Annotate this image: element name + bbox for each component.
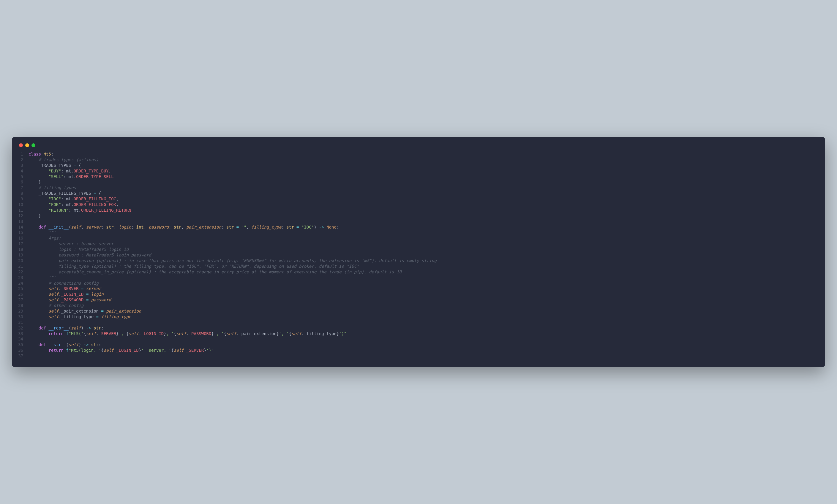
token-pun: :: [101, 325, 104, 330]
token-pun: ): [81, 325, 86, 330]
code-line: 7 # filling types: [17, 185, 816, 190]
token-pun: [234, 225, 236, 229]
token-prm: server: [86, 225, 101, 229]
line-number: 9: [17, 196, 29, 202]
token-pun: .: [58, 297, 61, 302]
token-cls: str: [93, 325, 101, 330]
token-mem: _PASSWORD: [189, 331, 212, 336]
minimize-icon[interactable]: [25, 143, 29, 147]
token-pun: ._filling_type}: [301, 331, 339, 336]
close-icon[interactable]: [19, 143, 23, 147]
code-line: 37: [17, 353, 816, 359]
token-str: "BUY": [49, 169, 61, 173]
line-content: def __str__(self) -> str:: [29, 342, 101, 348]
token-prm: self: [49, 292, 58, 297]
token-cmt: pair_extension (optional) : in case that…: [58, 258, 437, 263]
line-content: login : MetaTrader5 login id: [29, 247, 129, 252]
zoom-icon[interactable]: [32, 143, 35, 147]
token-op: f: [66, 331, 68, 336]
token-pun: ._pair_extension}: [236, 331, 279, 336]
token-op: ->: [319, 225, 324, 229]
token-pun: [29, 236, 49, 240]
line-content: def __repr__(self) -> str:: [29, 325, 104, 331]
token-mem: ORDER_FILLING_IOC: [74, 197, 116, 201]
token-pun: [29, 297, 49, 302]
token-op: =: [101, 309, 103, 314]
line-content: }: [29, 213, 41, 219]
token-pun: [41, 152, 43, 156]
token-cmt: Args:: [49, 236, 61, 240]
line-content: "RETURN": mt.ORDER_FILLING_RETURN: [29, 207, 131, 213]
window-titlebar: [17, 142, 816, 151]
token-pun: :: [99, 342, 101, 347]
line-number: 28: [17, 303, 29, 309]
token-op: =: [93, 191, 96, 195]
line-number: 13: [17, 219, 29, 224]
token-str: "IOC": [49, 197, 61, 201]
line-content: }: [29, 179, 41, 185]
token-pun: _TRADES_TYPES: [29, 163, 74, 168]
token-op: =: [297, 225, 299, 229]
token-prm: login: [91, 292, 104, 297]
token-prm: self: [71, 225, 81, 229]
token-cmt: """: [49, 275, 56, 280]
token-pun: : mt.: [61, 197, 74, 201]
line-number: 31: [17, 320, 29, 325]
token-mem: ORDER_TYPE_BUY: [74, 169, 109, 173]
line-number: 3: [17, 163, 29, 168]
token-pun: _TRADES_FILLING_TYPES: [29, 191, 93, 195]
code-line: 4 "BUY": mt.ORDER_TYPE_BUY,: [17, 168, 816, 174]
token-fn: __init__: [49, 225, 68, 229]
token-pun: [84, 297, 86, 302]
code-area[interactable]: 1class Mt5:2 # trades types (actions)3 _…: [17, 151, 816, 359]
code-line: 32 def __repr__(self) -> str:: [17, 325, 816, 331]
line-content: server : broker server: [29, 241, 114, 247]
token-prm: server: [86, 286, 101, 291]
token-pun: ._filling_type: [58, 314, 96, 319]
code-line: 14 def __init__(self, server: str, login…: [17, 224, 816, 230]
line-content: """: [29, 275, 56, 280]
token-pun: [79, 286, 81, 291]
token-cmt: # other config: [49, 303, 84, 308]
token-op: =: [96, 314, 99, 319]
line-content: # other config: [29, 303, 84, 309]
token-prm: password: [91, 297, 111, 302]
line-content: def __init__(self, server: str, login: i…: [29, 224, 339, 230]
token-const: None: [326, 225, 337, 229]
token-prm: self: [174, 348, 184, 353]
token-pun: ): [79, 342, 84, 347]
line-number: 17: [17, 241, 29, 247]
token-cls: str: [91, 342, 99, 347]
token-mem: ORDER_FILLING_RETURN: [81, 208, 131, 212]
token-pun: .: [96, 331, 99, 336]
token-mem: _PASSWORD: [61, 297, 84, 302]
token-mem: _LOGIN_ID: [116, 348, 139, 353]
line-number: 21: [17, 264, 29, 269]
token-prm: self: [49, 309, 58, 314]
token-cmt: """: [49, 230, 56, 235]
token-pun: {: [84, 331, 86, 336]
token-str: "IOC": [301, 225, 314, 229]
token-pun: .: [186, 331, 189, 336]
token-cls: str: [106, 225, 113, 229]
code-line: 22 acceptable_change_in_price (optional)…: [17, 269, 816, 275]
token-pun: ,: [116, 197, 119, 201]
token-pun: [29, 225, 39, 229]
token-pun: ): [314, 225, 319, 229]
token-pun: [29, 342, 39, 347]
token-prm: self: [226, 331, 236, 336]
token-pun: [29, 197, 49, 201]
code-line: 9 "IOC": mt.ORDER_FILLING_IOC,: [17, 196, 816, 202]
line-content: class Mt5:: [29, 151, 53, 157]
token-cmt: # filling types: [39, 185, 76, 190]
code-line: 30 self._filling_type = filling_type: [17, 314, 816, 320]
token-pun: [299, 225, 301, 229]
token-pun: {: [172, 348, 174, 353]
line-content: self._pair_extension = pair_extension: [29, 309, 141, 314]
line-content: "BUY": mt.ORDER_TYPE_BUY,: [29, 168, 111, 174]
line-number: 15: [17, 230, 29, 236]
token-pun: {: [224, 331, 226, 336]
line-content: # connections config: [29, 280, 99, 286]
line-number: 5: [17, 174, 29, 180]
token-cmt: # trades types (actions): [39, 157, 99, 162]
